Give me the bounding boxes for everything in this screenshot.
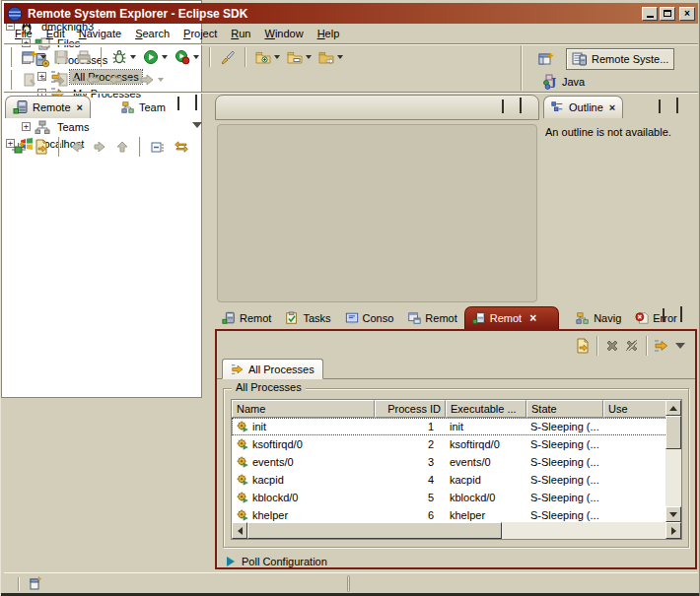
- column-header-user[interactable]: Use: [603, 400, 667, 418]
- scroll-left-button[interactable]: [232, 522, 247, 539]
- kill-all-processes-button[interactable]: [622, 335, 642, 357]
- table-row[interactable]: kacpid 4 kacpid S-Sleeping (...: [232, 471, 667, 489]
- menu-edit[interactable]: Edit: [39, 26, 72, 41]
- column-header-process-id[interactable]: Process ID: [375, 400, 446, 418]
- back-arrow-icon: [85, 72, 101, 88]
- remote-systems-icon: [222, 311, 236, 325]
- menu-project[interactable]: Project: [176, 26, 224, 41]
- up-icon: [114, 139, 130, 155]
- process-actions-button[interactable]: [652, 335, 671, 357]
- table-row[interactable]: kblockd/0 5 kblockd/0 S-Sleeping (...: [232, 489, 667, 506]
- horizontal-scrollbar[interactable]: [232, 522, 681, 539]
- scroll-up-button[interactable]: [665, 400, 681, 416]
- run-external-tools-button[interactable]: [173, 46, 201, 68]
- up-button[interactable]: [112, 136, 132, 158]
- new-wizard-button[interactable]: [20, 46, 48, 68]
- tab-close-icon[interactable]: ×: [609, 102, 615, 113]
- menu-navigate[interactable]: Navigate: [72, 26, 128, 41]
- paintbrush-button[interactable]: [218, 46, 238, 68]
- back-arrow-icon: [107, 72, 123, 88]
- tab-error-log[interactable]: Error: [628, 306, 683, 329]
- back-button[interactable]: [67, 136, 87, 158]
- back-history-button[interactable]: [83, 69, 103, 91]
- tab-console[interactable]: Conso: [338, 306, 401, 329]
- last-edit-location-button[interactable]: [20, 69, 48, 91]
- inner-tab-all-processes[interactable]: All Processes: [222, 359, 323, 379]
- back-button[interactable]: [105, 69, 134, 91]
- perspective-remote-label: Remote Syste...: [592, 53, 668, 65]
- perspective-remote-systems-button[interactable]: Remote Syste...: [566, 48, 674, 70]
- app-window: Remote System Explorer - Eclipse SDK × F…: [0, 0, 700, 596]
- tab-navigator[interactable]: Navig: [569, 306, 628, 329]
- scroll-right-button[interactable]: [665, 522, 681, 539]
- close-button[interactable]: ×: [679, 7, 695, 21]
- perspective-java-button[interactable]: J Java: [537, 71, 590, 93]
- process-icon: [236, 473, 249, 487]
- vertical-scroll-thumb[interactable]: [665, 416, 681, 449]
- poll-configuration-section[interactable]: Poll Configuration: [227, 556, 327, 567]
- vertical-scrollbar[interactable]: [665, 400, 681, 522]
- forward-button[interactable]: [137, 69, 166, 91]
- folder-actions-button[interactable]: [316, 46, 345, 68]
- collapse-all-button[interactable]: [148, 136, 168, 158]
- menu-help[interactable]: Help: [311, 26, 347, 41]
- new-connection-button[interactable]: [9, 136, 29, 158]
- column-header-executable[interactable]: Executable ...: [446, 400, 526, 418]
- table-row[interactable]: events/0 3 events/0 S-Sleeping (...: [232, 453, 667, 471]
- export-button[interactable]: [573, 335, 593, 357]
- table-row[interactable]: init 1 init S-Sleeping (...: [232, 418, 667, 435]
- cell-executable: kblockd/0: [446, 492, 526, 503]
- view-minimize-button[interactable]: [177, 98, 190, 108]
- view-maximize-button[interactable]: [195, 98, 208, 108]
- arrow-up-icon: [669, 406, 677, 411]
- forward-button[interactable]: [90, 136, 109, 158]
- scroll-track[interactable]: [502, 522, 665, 539]
- tab-team[interactable]: Team: [113, 96, 174, 118]
- outline-maximize-button[interactable]: [676, 100, 689, 111]
- remote-systems-icon: [472, 311, 486, 325]
- open-folder-button[interactable]: [285, 46, 314, 68]
- table-row[interactable]: ksoftirqd/0 2 ksoftirqd/0 S-Sleeping (..…: [232, 435, 667, 453]
- view-menu-icon[interactable]: [192, 122, 202, 128]
- outline-minimize-button[interactable]: [659, 100, 671, 111]
- refresh-button[interactable]: [172, 136, 191, 158]
- maximize-button[interactable]: [660, 7, 675, 21]
- tab-outline[interactable]: Outline ×: [543, 96, 623, 118]
- fast-view-button[interactable]: [28, 575, 43, 591]
- run-button[interactable]: [141, 46, 170, 68]
- tab-tasks[interactable]: Tasks: [278, 306, 337, 329]
- column-header-name[interactable]: Name: [232, 400, 375, 418]
- tab-close-icon[interactable]: ×: [529, 311, 536, 325]
- column-header-state[interactable]: State: [526, 400, 603, 418]
- launch-shell-button[interactable]: [253, 46, 282, 68]
- tab-close-icon[interactable]: ×: [77, 102, 83, 113]
- bottom-maximize-button[interactable]: [680, 309, 693, 320]
- scroll-down-button[interactable]: [665, 506, 681, 522]
- export-connection-button[interactable]: [32, 136, 51, 158]
- editor-maximize-button[interactable]: [520, 100, 532, 111]
- cell-state: S-Sleeping (...: [526, 421, 603, 432]
- debug-button[interactable]: [109, 46, 138, 68]
- tab-team-label: Team: [139, 101, 166, 113]
- bottom-minimize-button[interactable]: [663, 309, 675, 320]
- horizontal-scroll-thumb[interactable]: [247, 522, 502, 539]
- view-menu-icon[interactable]: [675, 343, 685, 349]
- save-button[interactable]: [51, 46, 71, 68]
- menu-run[interactable]: Run: [224, 26, 257, 41]
- tab-remote[interactable]: Remote ×: [5, 96, 91, 118]
- kill-process-button[interactable]: [602, 335, 622, 357]
- error-log-icon: [635, 311, 649, 325]
- go-into-button[interactable]: [51, 69, 80, 91]
- print-button[interactable]: [74, 46, 94, 68]
- sash-drag-handle[interactable]: [347, 575, 350, 592]
- tab-remote-systems[interactable]: Remot: [215, 306, 278, 329]
- editor-minimize-button[interactable]: [502, 100, 515, 111]
- menu-window[interactable]: Window: [257, 26, 310, 41]
- inner-tab-label: All Processes: [248, 364, 315, 375]
- open-perspective-button[interactable]: [533, 48, 559, 70]
- tab-remote-system-details[interactable]: Remot ×: [464, 306, 559, 329]
- tab-remote-shell[interactable]: Remot: [400, 306, 463, 329]
- menu-search[interactable]: Search: [128, 26, 176, 41]
- minimize-button[interactable]: [642, 7, 658, 21]
- menu-file[interactable]: File: [8, 26, 39, 41]
